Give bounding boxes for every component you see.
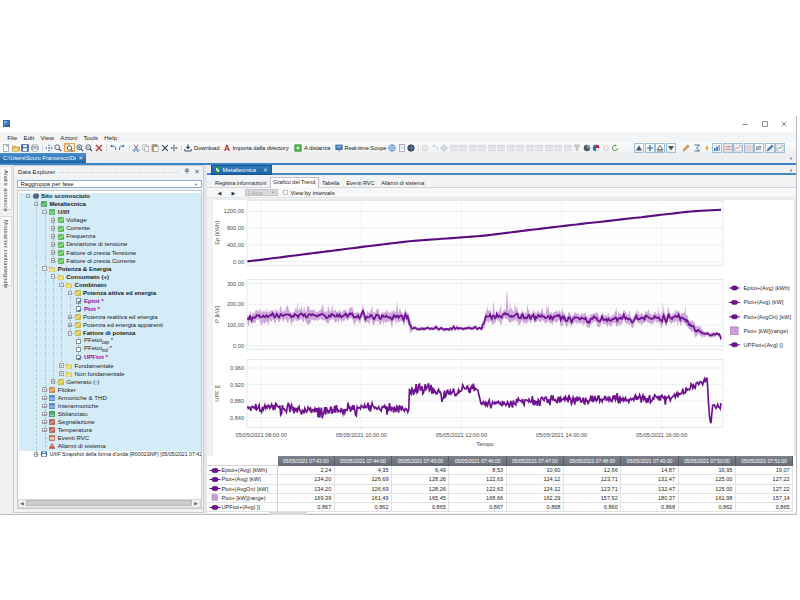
expand-icon[interactable]: + bbox=[68, 323, 73, 328]
disabled-view-icon-13[interactable] bbox=[564, 143, 572, 152]
report-icon[interactable] bbox=[398, 143, 406, 152]
zoom-icon[interactable] bbox=[54, 143, 62, 152]
filter-icon[interactable] bbox=[573, 143, 581, 152]
event-button[interactable] bbox=[702, 143, 712, 153]
table-cell[interactable]: 122,63 bbox=[449, 485, 506, 494]
table-cell[interactable]: 161,98 bbox=[679, 494, 736, 503]
close-button[interactable] bbox=[775, 116, 795, 132]
menu-view[interactable]: View bbox=[37, 132, 57, 142]
table-cell[interactable]: 0,867 bbox=[278, 503, 335, 512]
draw-view-button[interactable] bbox=[765, 143, 775, 153]
expand-icon[interactable]: + bbox=[51, 226, 56, 231]
trend-chart[interactable]: 0,00400,00800,001200,00Ep [kWh]0,00100,0… bbox=[212, 199, 795, 458]
view-by-intervals-checkbox[interactable] bbox=[283, 190, 288, 195]
interval-combo[interactable]: 1 Hour ▼ bbox=[245, 189, 278, 197]
tree-item-non-fondamentale[interactable]: +Non fondamentale bbox=[19, 370, 202, 378]
disabled-view-icon-7[interactable] bbox=[507, 143, 515, 152]
formula-button[interactable] bbox=[692, 143, 702, 153]
table-cell[interactable]: 168,66 bbox=[449, 494, 506, 503]
document-tab-metaltecnica[interactable]: Metaltecnica ✕ bbox=[211, 165, 272, 175]
tree-horizontal-scrollbar[interactable]: ◀ ▶ bbox=[18, 499, 201, 508]
table-cell[interactable]: 0,860 bbox=[564, 503, 621, 512]
table-cell[interactable]: 6,49 bbox=[392, 466, 449, 475]
collapse-icon[interactable]: − bbox=[68, 291, 73, 296]
table-cell[interactable]: 8,53 bbox=[449, 466, 506, 475]
paste-icon[interactable] bbox=[151, 143, 159, 152]
zoom-region-icon[interactable] bbox=[64, 143, 75, 152]
expand-icon[interactable]: + bbox=[51, 218, 56, 223]
tree-item-consumato[interactable]: −Consumato (+) bbox=[19, 273, 202, 281]
tree-item-allarmi-di-sistema[interactable]: Allarmi di sistema bbox=[19, 442, 202, 450]
disabled-undo-icon[interactable] bbox=[431, 143, 439, 152]
checked-checkbox[interactable] bbox=[76, 355, 81, 360]
delete-icon[interactable] bbox=[161, 143, 169, 152]
expand-icon[interactable]: + bbox=[51, 258, 56, 263]
collapse-icon[interactable]: − bbox=[34, 202, 39, 207]
table-cell[interactable]: 157,92 bbox=[564, 494, 621, 503]
disabled-view-icon-4[interactable] bbox=[478, 143, 486, 152]
expand-icon[interactable]: + bbox=[42, 387, 47, 392]
workspace-tab-close-icon[interactable]: ✕ bbox=[78, 155, 83, 161]
table-scrollbar[interactable] bbox=[269, 512, 307, 515]
table-cell[interactable]: 125,00 bbox=[679, 475, 736, 484]
expand-icon[interactable]: + bbox=[51, 234, 56, 239]
menu-tools[interactable]: Tools bbox=[80, 132, 101, 142]
collapse-icon[interactable]: − bbox=[42, 266, 47, 271]
annotate-button[interactable] bbox=[681, 143, 691, 153]
table-column-header[interactable]: 05/05/2021 07:43:00 bbox=[278, 456, 335, 467]
autoscale-button[interactable] bbox=[655, 143, 665, 153]
table-cell[interactable]: 134,20 bbox=[278, 475, 335, 484]
table-cell[interactable]: 165,45 bbox=[392, 494, 449, 503]
bar-view-button[interactable] bbox=[712, 143, 722, 153]
table-cell[interactable]: 14,87 bbox=[621, 466, 678, 475]
realtime-scope-button[interactable]: Real-time Scope bbox=[335, 143, 387, 152]
tab-list-dropdown-icon[interactable]: ▼ bbox=[787, 168, 795, 173]
table-cell[interactable]: 0,868 bbox=[621, 503, 678, 512]
pin-icon[interactable] bbox=[183, 168, 191, 176]
tree-item-potenza-energia[interactable]: −Potenza & Energia bbox=[19, 265, 202, 273]
menu-help[interactable]: Help bbox=[101, 132, 120, 142]
remote-button[interactable]: A distanza bbox=[294, 143, 330, 152]
document-tab-close-icon[interactable]: ✕ bbox=[263, 167, 268, 173]
table-row-name[interactable]: UPFtot+(Avg) [] bbox=[207, 503, 278, 512]
collapse-icon[interactable]: − bbox=[59, 283, 64, 288]
table-cell[interactable]: 126,69 bbox=[335, 475, 392, 484]
collapse-icon[interactable]: − bbox=[68, 331, 73, 336]
table-cell[interactable]: 0,867 bbox=[449, 503, 506, 512]
table-cell[interactable]: 12,66 bbox=[564, 466, 621, 475]
diamond-icon[interactable] bbox=[440, 143, 448, 152]
table-cell[interactable]: 10,60 bbox=[507, 466, 564, 475]
table-column-header[interactable]: 05/05/2021 07:51:00 bbox=[736, 456, 793, 467]
table-cell[interactable]: 4,35 bbox=[335, 466, 392, 475]
disabled-view-icon-10[interactable] bbox=[535, 143, 543, 152]
tree-item-temperatura[interactable]: +Temperatura bbox=[19, 426, 202, 434]
table-row-name[interactable]: Ptot+(AvgOn) [kW] bbox=[207, 485, 278, 494]
table-row-name[interactable]: Ptot+ [kW](range) bbox=[207, 494, 278, 503]
menu-edit[interactable]: Edit bbox=[20, 132, 37, 142]
table-column-header[interactable]: 05/05/2021 07:47:00 bbox=[507, 456, 564, 467]
table-cell[interactable]: 127,22 bbox=[736, 475, 793, 484]
disabled-view-icon-9[interactable] bbox=[526, 143, 534, 152]
import-from-directory-button[interactable]: Importa dalla directory bbox=[223, 143, 289, 152]
rows-view-button[interactable] bbox=[723, 143, 733, 153]
open-workspace-icon[interactable] bbox=[12, 143, 20, 152]
swap-view-button[interactable] bbox=[754, 143, 764, 153]
scroll-right-icon[interactable]: ▶ bbox=[193, 500, 200, 507]
table-cell[interactable]: 122,63 bbox=[449, 475, 506, 484]
tree-item-corrente[interactable]: +Corrente bbox=[19, 224, 202, 232]
table-cell[interactable]: 126,69 bbox=[335, 485, 392, 494]
collapse-icon[interactable]: − bbox=[51, 274, 56, 279]
table-cell[interactable]: 0,862 bbox=[679, 503, 736, 512]
tree-item-eventi-rvc[interactable]: Eventi RVC bbox=[19, 434, 202, 442]
disabled-view-icon-2[interactable] bbox=[459, 143, 467, 152]
table-cell[interactable]: 2,24 bbox=[278, 466, 335, 475]
table-cell[interactable]: 16,95 bbox=[679, 466, 736, 475]
copy-icon[interactable] bbox=[142, 143, 150, 152]
table-column-header[interactable]: 05/05/2021 07:44:00 bbox=[335, 456, 392, 467]
scroll-left-icon[interactable]: ◀ bbox=[19, 500, 26, 507]
expand-icon[interactable]: + bbox=[59, 363, 64, 368]
checked-checkbox[interactable] bbox=[76, 298, 81, 303]
table-cell[interactable]: 125,00 bbox=[679, 485, 736, 494]
disabled-view-icon-12[interactable] bbox=[554, 143, 562, 152]
disabled-view-icon-8[interactable] bbox=[516, 143, 524, 152]
